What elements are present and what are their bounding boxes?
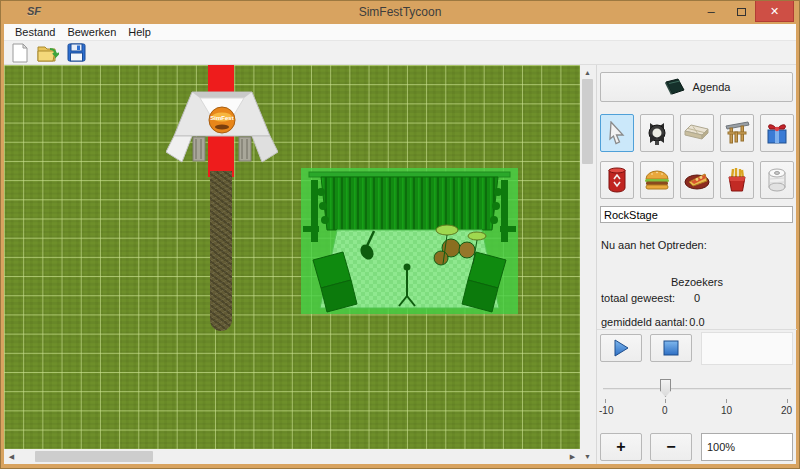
- toilet-paper-icon: [765, 167, 789, 193]
- entrance-gate-icon: [724, 120, 750, 146]
- slider-label-min: -10: [599, 405, 613, 416]
- entrance-tent[interactable]: SimFest: [166, 86, 278, 166]
- gift-icon: [764, 120, 790, 146]
- zoom-in-button[interactable]: +: [600, 433, 642, 461]
- save-file-button[interactable]: [64, 42, 88, 64]
- window-title: SimFestTycoon: [1, 5, 799, 19]
- toolbar: [4, 41, 796, 65]
- slider-label-zero: 0: [662, 405, 668, 416]
- map-area: SimFest: [4, 65, 595, 464]
- zoom-level-display: 100%: [701, 433, 793, 461]
- control-sidebar: Agenda: [596, 65, 796, 464]
- agenda-button[interactable]: Agenda: [600, 72, 793, 102]
- tool-entrance-gate-button[interactable]: [720, 114, 754, 152]
- horizontal-scroll-thumb[interactable]: [35, 451, 153, 462]
- speed-slider[interactable]: -10 0 10 20: [597, 375, 797, 420]
- cursor-icon: [607, 121, 627, 145]
- now-performing-label: Nu aan het Optreden:: [601, 239, 707, 251]
- pizza-icon: [684, 169, 710, 191]
- slider-track[interactable]: [603, 388, 791, 390]
- tool-trash-can-button[interactable]: [600, 161, 634, 199]
- tent-speaker-right: [239, 137, 251, 161]
- average-visitors-value: 0.0: [652, 316, 742, 328]
- stage-name-input[interactable]: [600, 206, 793, 223]
- app-window: SF SimFestTycoon – ✕ Bestand Bewerken He…: [0, 0, 800, 469]
- spotlight-icon: [644, 120, 670, 146]
- stop-icon: [663, 340, 679, 356]
- play-button[interactable]: [600, 334, 642, 362]
- stage-platform-icon: [684, 123, 710, 143]
- now-playing-display: [701, 332, 793, 365]
- menu-help[interactable]: Help: [122, 25, 157, 39]
- tool-cursor-button[interactable]: [600, 114, 634, 152]
- client-area: Bestand Bewerken Help: [4, 24, 796, 464]
- visitors-header: Bezoekers: [652, 276, 742, 288]
- tool-spotlight-button[interactable]: [640, 114, 674, 152]
- open-file-icon: [37, 43, 59, 63]
- stage-placement-preview[interactable]: [301, 168, 518, 314]
- slider-label-max: 20: [781, 405, 792, 416]
- maximize-icon: [737, 8, 746, 16]
- menu-bewerken[interactable]: Bewerken: [61, 25, 122, 39]
- dirt-path[interactable]: [210, 171, 232, 331]
- tent-speaker-left: [193, 137, 205, 161]
- tool-gift-button[interactable]: [760, 114, 794, 152]
- agenda-book-icon: [663, 78, 685, 96]
- trash-can-icon: [606, 167, 628, 193]
- close-button[interactable]: ✕: [755, 1, 794, 22]
- tool-stage-platform-button[interactable]: [680, 114, 714, 152]
- menu-bestand[interactable]: Bestand: [9, 25, 61, 39]
- open-file-button[interactable]: [36, 42, 60, 64]
- vertical-scroll-thumb[interactable]: [582, 79, 593, 164]
- tool-toilet-paper-button[interactable]: [760, 161, 794, 199]
- scroll-up-arrow[interactable]: ▲: [580, 65, 595, 80]
- zoom-out-button[interactable]: −: [650, 433, 692, 461]
- scroll-right-arrow[interactable]: ▶: [565, 449, 580, 464]
- vertical-scrollbar[interactable]: ▲ ▼: [580, 65, 595, 464]
- slider-label-ten: 10: [721, 405, 732, 416]
- horizontal-scrollbar[interactable]: ◀ ▶: [4, 449, 580, 464]
- maximize-button[interactable]: [727, 1, 755, 22]
- minimize-button[interactable]: –: [697, 1, 725, 22]
- svg-text:SimFest: SimFest: [210, 115, 233, 121]
- new-file-button[interactable]: [8, 42, 32, 64]
- play-icon: [612, 339, 630, 357]
- titlebar: SF SimFestTycoon – ✕: [1, 1, 799, 24]
- scroll-down-arrow[interactable]: ▼: [580, 449, 595, 464]
- tool-hamburger-button[interactable]: [640, 161, 674, 199]
- festival-grounds-canvas[interactable]: SimFest: [4, 65, 580, 449]
- total-visitors-value: 0: [652, 292, 742, 304]
- slider-thumb[interactable]: [660, 379, 671, 397]
- simfest-logo: SimFest: [209, 107, 235, 133]
- fries-icon: [726, 167, 748, 193]
- save-file-icon: [67, 43, 86, 62]
- agenda-label: Agenda: [693, 81, 731, 93]
- scroll-left-arrow[interactable]: ◀: [4, 449, 19, 464]
- menu-bar: Bestand Bewerken Help: [4, 24, 796, 41]
- tool-pizza-button[interactable]: [680, 161, 714, 199]
- stop-button[interactable]: [650, 334, 692, 362]
- hamburger-icon: [644, 168, 670, 192]
- tool-fries-button[interactable]: [720, 161, 754, 199]
- transport-section: [597, 329, 797, 371]
- new-file-icon: [11, 43, 29, 63]
